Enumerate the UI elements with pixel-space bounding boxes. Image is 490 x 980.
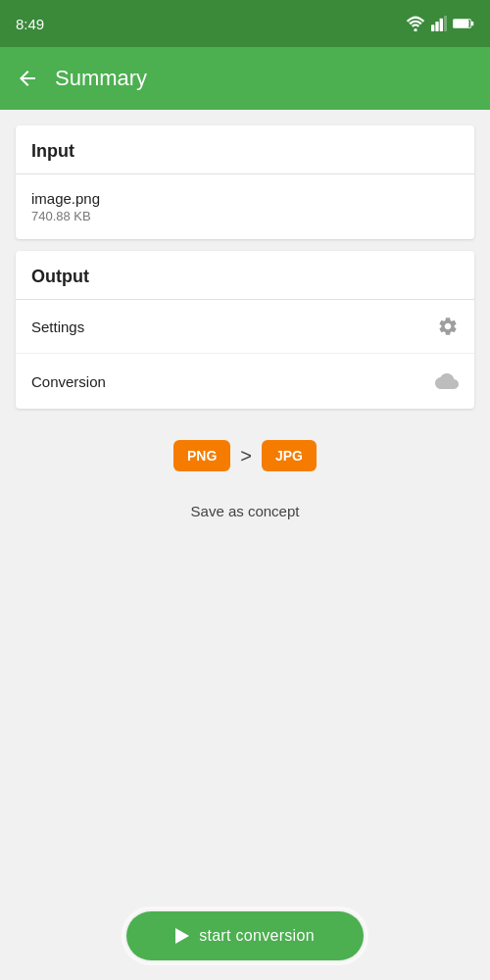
format-conversion-display: PNG > JPG xyxy=(16,420,474,491)
svg-rect-2 xyxy=(435,22,438,31)
settings-label: Settings xyxy=(31,318,84,335)
output-title: Output xyxy=(31,267,89,286)
file-size: 740.88 KB xyxy=(31,209,100,223)
svg-rect-1 xyxy=(431,24,434,31)
gear-icon xyxy=(437,316,459,337)
status-time: 8:49 xyxy=(16,16,44,32)
app-bar: Summary xyxy=(0,47,490,110)
input-card: Input image.png 740.88 KB xyxy=(16,125,474,239)
status-icons xyxy=(406,16,474,31)
save-concept-section[interactable]: Save as concept xyxy=(16,503,474,528)
bottom-bar: start conversion xyxy=(0,892,490,980)
input-title: Input xyxy=(31,141,74,161)
conversion-label: Conversion xyxy=(31,373,106,390)
page-title: Summary xyxy=(55,66,147,91)
arrow-separator: > xyxy=(240,445,252,467)
input-header: Input xyxy=(16,125,474,174)
cloud-icon xyxy=(435,369,459,393)
input-file-row: image.png 740.88 KB xyxy=(16,174,474,239)
wifi-icon xyxy=(406,16,425,31)
settings-row[interactable]: Settings xyxy=(16,300,474,354)
svg-rect-4 xyxy=(444,16,447,31)
battery-icon xyxy=(453,16,474,31)
file-info: image.png 740.88 KB xyxy=(31,190,100,223)
to-format-badge: JPG xyxy=(262,440,317,471)
conversion-row[interactable]: Conversion xyxy=(16,354,474,409)
play-icon xyxy=(175,928,189,944)
svg-point-0 xyxy=(414,28,416,31)
start-button-label: start conversion xyxy=(199,927,315,945)
svg-rect-8 xyxy=(471,22,473,26)
start-conversion-button[interactable]: start conversion xyxy=(126,911,364,960)
back-button[interactable] xyxy=(16,67,39,90)
save-concept-text: Save as concept xyxy=(191,503,300,519)
from-format-badge: PNG xyxy=(173,440,230,471)
svg-rect-3 xyxy=(440,19,443,31)
signal-icon xyxy=(431,16,447,31)
svg-rect-7 xyxy=(454,20,469,27)
output-card: Output Settings Conversion xyxy=(16,251,474,409)
content-area: Input image.png 740.88 KB Output Setting… xyxy=(0,110,490,544)
file-name: image.png xyxy=(31,190,100,207)
output-header: Output xyxy=(16,251,474,300)
status-bar: 8:49 xyxy=(0,0,490,47)
